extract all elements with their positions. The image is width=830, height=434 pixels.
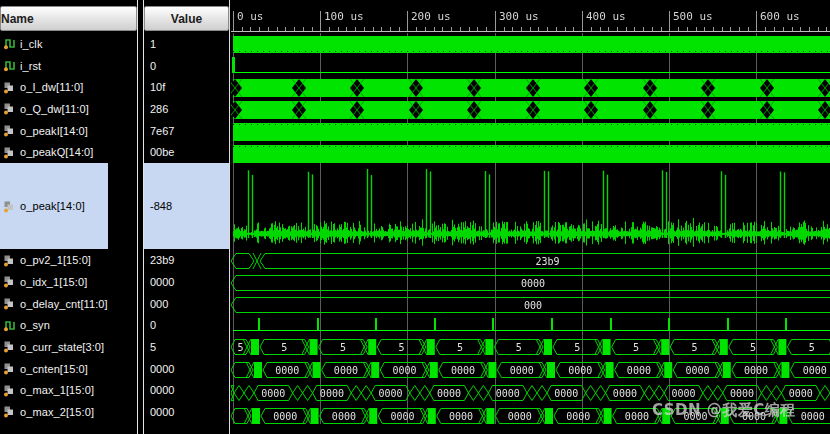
signal-value-cell[interactable]: 10f (144, 76, 229, 98)
bus-signal-icon (3, 362, 16, 375)
signal-name-label: o_idx_1[15:0] (20, 276, 87, 288)
bus-signal-icon (3, 102, 16, 115)
signal-name-label: o_cnten[15:0] (20, 363, 88, 375)
signal-value-cell[interactable]: 0 (144, 55, 229, 77)
signal-value-cell[interactable]: 5 (144, 336, 229, 358)
signal-names-panel: Name i_clki_rsto_I_dw[11:0]o_Q_dw[11:0]o… (0, 0, 138, 434)
signal-row-o-peakQ140[interactable]: o_peakQ[14:0] (0, 141, 137, 163)
signal-value-cell[interactable]: 286 (144, 98, 229, 120)
signal-row-o-peak140[interactable]: o_peak[14:0] (0, 163, 108, 249)
signal-value-cell[interactable]: 0000 (144, 271, 229, 293)
signal-value-label: 000 (150, 298, 168, 310)
signal-value-label: 7e67 (150, 125, 174, 137)
signal-value-cell[interactable]: 00be (144, 141, 229, 163)
signal-value-cell[interactable]: 0 (144, 314, 229, 336)
signal-name-label: i_rst (20, 60, 41, 72)
bus-signal-icon (3, 405, 16, 418)
scalar-signal-icon (3, 59, 16, 72)
signal-row-i-rst[interactable]: i_rst (0, 55, 137, 77)
signal-value-cell[interactable]: 0000 (144, 401, 229, 423)
name-column-header[interactable]: Name (0, 6, 137, 31)
signal-value-label: 1 (150, 38, 156, 50)
bus-signal-icon (3, 275, 16, 288)
signal-name-label: o_peakQ[14:0] (20, 146, 93, 158)
signal-row-o-syn[interactable]: o_syn (0, 314, 137, 336)
waveform-panel: CSDN @我爱C编程 (229, 0, 830, 434)
signal-name-label: o_I_dw[11:0] (20, 81, 83, 93)
signal-value-label: 23b9 (150, 254, 174, 266)
signal-values-panel: Value 1010f2867e6700be-84823b90000000050… (143, 0, 230, 434)
signal-name-label: o_curr_state[3:0] (20, 341, 104, 353)
signal-name-label: o_Q_dw[11:0] (20, 103, 89, 115)
scalar-signal-icon (3, 37, 16, 50)
signal-name-label: i_clk (20, 38, 43, 50)
signal-name-label: o_pv2_1[15:0] (20, 254, 91, 266)
signal-row-o-curr-state30[interactable]: o_curr_state[3:0] (0, 336, 137, 358)
signal-row-i-clk[interactable]: i_clk (0, 33, 137, 55)
signal-name-label: o_peakI[14:0] (20, 125, 88, 137)
bus-signal-icon (3, 340, 16, 353)
signal-value-label: 5 (150, 341, 156, 353)
signal-value-label: 10f (150, 81, 165, 93)
signal-row-o-idx-1150[interactable]: o_idx_1[15:0] (0, 271, 137, 293)
signal-row-o-I-dw110[interactable]: o_I_dw[11:0] (0, 76, 137, 98)
signal-row-o-cnten150[interactable]: o_cnten[15:0] (0, 358, 137, 380)
signal-name-label: o_delay_cnt[11:0] (20, 298, 108, 310)
signal-name-label: o_syn (20, 319, 50, 331)
value-column-header[interactable]: Value (144, 6, 229, 31)
signal-value-label: 0000 (150, 384, 174, 396)
signal-value-list: 1010f2867e6700be-84823b90000000050000000… (144, 33, 229, 423)
signal-row-o-max-2150[interactable]: o_max_2[15:0] (0, 401, 137, 423)
bus-signal-icon (3, 124, 16, 137)
signal-value-cell[interactable]: 7e67 (144, 120, 229, 142)
signal-name-label: o_max_2[15:0] (20, 406, 94, 418)
bus-signal-icon (3, 254, 16, 267)
signal-value-label: 0000 (150, 276, 174, 288)
signal-value-label: 0000 (150, 363, 174, 375)
bus-signal-icon (3, 297, 16, 310)
names-header: Name (0, 6, 137, 31)
signal-row-o-Q-dw110[interactable]: o_Q_dw[11:0] (0, 98, 137, 120)
signal-value-cell[interactable]: 0000 (144, 358, 229, 380)
signal-value-label: -848 (150, 200, 172, 212)
signal-row-o-pv2-1150[interactable]: o_pv2_1[15:0] (0, 249, 137, 271)
signal-value-label: 0000 (150, 406, 174, 418)
bus-signal-icon (3, 384, 16, 397)
signal-row-o-peakI140[interactable]: o_peakI[14:0] (0, 120, 137, 142)
signal-value-cell[interactable]: 23b9 (144, 249, 229, 271)
bus-signal-icon (3, 146, 16, 159)
waveform-canvas[interactable] (231, 0, 830, 434)
values-header: Value (144, 6, 229, 31)
signal-value-label: 0 (150, 319, 156, 331)
signal-name-list: i_clki_rsto_I_dw[11:0]o_Q_dw[11:0]o_peak… (0, 33, 137, 423)
signal-value-cell[interactable]: 1 (144, 33, 229, 55)
signal-value-label: 0 (150, 60, 156, 72)
signal-value-cell[interactable]: 0000 (144, 379, 229, 401)
signal-value-label: 286 (150, 103, 168, 115)
scalar-signal-icon (3, 319, 16, 332)
signal-value-cell[interactable]: 000 (144, 293, 229, 315)
signal-name-label: o_max_1[15:0] (20, 384, 94, 396)
bus-signal-icon (3, 81, 16, 94)
signal-row-o-max-1150[interactable]: o_max_1[15:0] (0, 379, 137, 401)
signal-value-cell[interactable]: -848 (144, 163, 229, 249)
waveform-viewer-window: Name i_clki_rsto_I_dw[11:0]o_Q_dw[11:0]o… (0, 0, 830, 434)
bus-signal-icon (3, 200, 16, 213)
signal-row-o-delay-cnt110[interactable]: o_delay_cnt[11:0] (0, 293, 137, 315)
signal-value-label: 00be (150, 146, 174, 158)
signal-name-label: o_peak[14:0] (20, 200, 85, 212)
